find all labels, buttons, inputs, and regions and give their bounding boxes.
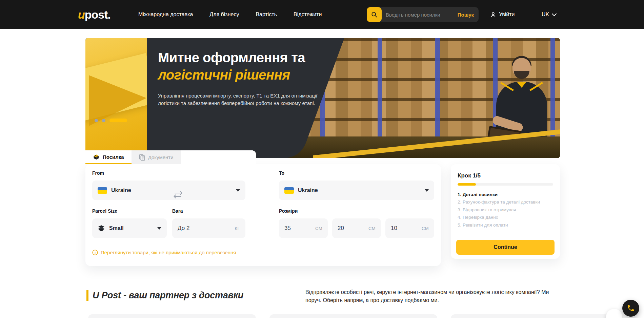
dimensions-label: Розміри [279,208,298,214]
chat-widget-button[interactable] [606,309,622,318]
language-selector[interactable]: UK [542,0,557,29]
info-icon [92,250,98,255]
step-item-3: 3. Відправник та отримувач [458,206,553,214]
ukraine-flag-icon [284,187,294,194]
logo[interactable]: upost. [78,8,110,21]
tab-parcel-label: Посилка [103,154,124,160]
tab-documents[interactable]: Документи [132,150,181,164]
language-value: UK [542,12,549,18]
step-item-4: 4. Перевірка даних [458,214,553,221]
slider-dot-active[interactable] [109,119,127,122]
slider-dot-2[interactable] [102,119,105,122]
progress-fill [458,183,476,186]
restricted-items-link[interactable]: Переглянути товари, які не приймаються д… [92,250,236,255]
width-input[interactable] [338,225,368,232]
weight-unit: кг [235,226,240,231]
progress-bar [458,183,553,186]
search-icon [371,11,378,18]
continue-button[interactable]: Continue [456,240,555,255]
steps-title: Крок 1/5 [458,172,553,179]
steps-card: Крок 1/5 1. Деталі посилки 2. Рахунок-фа… [451,164,560,259]
steps-list: 1. Деталі посилки 2. Рахунок-фактура та … [458,191,553,229]
to-country-value: Ukraine [298,187,318,193]
hero-title-line1: Митне оформлення та [158,50,348,65]
tracking-search-bar: Пошук [367,7,479,22]
restricted-items-link-text: Переглянути товари, які не приймаються д… [101,250,236,255]
tabbar-spacer [181,150,256,164]
search-submit-button[interactable]: Пошук [453,12,479,18]
length-unit: см [315,226,322,231]
hero-text: Митне оформлення та логістичні рішення У… [158,50,348,107]
logo-rest: post. [85,8,110,21]
step-item-5: 5. Реквізити для оплати [458,221,553,229]
tab-parcel[interactable]: Посилка [85,150,132,164]
ukraine-flag-icon [98,187,107,194]
login-button[interactable]: Увійти [490,0,515,29]
width-field: см [332,218,381,238]
login-label: Увійти [499,12,515,18]
top-navbar: upost. Міжнародна доставка Для бізнесу В… [0,0,644,29]
category-cards-row [88,314,619,318]
from-country-select[interactable]: Ukraine [92,181,245,200]
step-item-2: 2. Рахунок-фактура та деталі доставки [458,198,553,206]
caret-down-icon [157,227,161,230]
documents-icon [139,154,145,161]
swap-countries-icon[interactable] [173,191,183,199]
slider-dots [95,119,127,122]
step-item-1: 1. Деталі посилки [458,191,553,198]
main-nav: Міжнародна доставка Для бізнесу Вартість… [138,0,322,29]
height-input[interactable] [391,225,422,232]
length-field: см [279,218,328,238]
user-icon [490,12,496,18]
parcel-box-icon [93,153,100,160]
title-accent-bar [86,290,88,301]
section-title-block: U Post - ваш партнер з доставки [86,290,243,301]
section-title: U Post - ваш партнер з доставки [93,290,243,301]
parcel-size-value: Small [109,225,124,231]
slider-dot-1[interactable] [95,119,98,122]
tab-documents-label: Документи [148,154,174,160]
height-unit: см [422,226,429,231]
nav-pricing[interactable]: Вартість [256,12,277,18]
section-description: Відправляєте особисті речі, керуєте інте… [305,288,563,304]
from-country-value: Ukraine [111,187,131,193]
hero-yellow-panel [85,38,147,158]
category-card[interactable] [88,314,256,318]
tracking-number-input[interactable] [382,12,453,18]
weight-label: Вага [172,208,183,214]
phone-icon [627,304,635,312]
hero-description: Управління процесами імпорту, експорту, … [158,92,329,107]
nav-international-delivery[interactable]: Міжнародна доставка [138,12,193,18]
hero-title-line2: логістичні рішення [158,67,348,83]
to-country-select[interactable]: Ukraine [279,181,434,200]
from-label: From [92,170,104,176]
nav-for-business[interactable]: Для бізнесу [209,12,239,18]
weight-field: кг [172,218,245,238]
search-icon-button[interactable] [367,7,382,22]
shipment-type-tabs: Посилка Документи [85,150,256,164]
logo-accent: u [78,8,85,21]
parcel-size-label: Parcel Size [92,208,117,214]
page: upost. Міжнародна доставка Для бізнесу В… [0,0,644,318]
parcel-stack-icon [98,225,105,232]
caret-down-icon [425,189,429,192]
hero-banner: Митне оформлення та логістичні рішення У… [85,38,560,158]
length-input[interactable] [284,225,315,232]
width-unit: см [368,226,376,231]
parcel-size-select[interactable]: Small [92,218,167,238]
nav-track[interactable]: Відстежити [294,12,322,18]
category-card[interactable] [451,314,619,318]
weight-input[interactable] [178,225,235,232]
chevron-down-icon [552,13,557,16]
phone-call-button[interactable] [622,300,639,317]
to-label: To [279,170,284,176]
category-card[interactable] [269,314,437,318]
height-field: см [385,218,434,238]
caret-down-icon [236,189,240,192]
